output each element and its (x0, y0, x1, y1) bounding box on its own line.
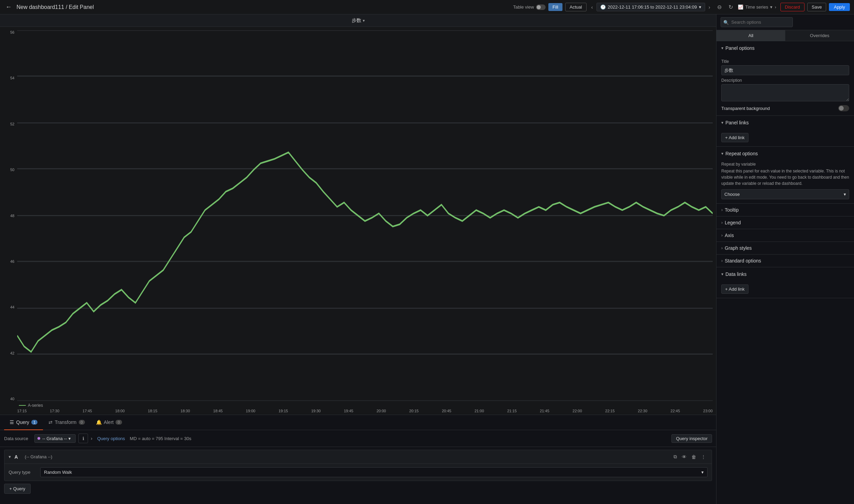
add-link-button[interactable]: + Add link (721, 133, 748, 142)
transform-tab-badge: 0 (79, 420, 85, 425)
standard-options-title: Standard options (725, 258, 761, 264)
fill-button[interactable]: Fill (548, 3, 562, 11)
standard-options-section[interactable]: › Standard options (716, 255, 854, 267)
all-overrides-tabs: All Overrides (716, 30, 854, 41)
query-collapse-button[interactable]: ▾ (9, 454, 11, 459)
panel-type-selector[interactable]: 📈 Time series ▾ › (738, 4, 776, 10)
tab-query[interactable]: ☰ Query 1 (4, 415, 43, 430)
back-button[interactable]: ← (4, 2, 13, 12)
chart-svg (17, 30, 713, 401)
search-options-input[interactable] (721, 17, 793, 27)
x-label-1845: 18:45 (213, 409, 223, 413)
description-field-label: Description (721, 78, 849, 83)
repeat-variable-select[interactable]: Choose ▾ (721, 189, 849, 199)
query-tabs: ☰ Query 1 ⇄ Transform 0 🔔 Alert 0 (0, 415, 716, 430)
transparent-bg-toggle[interactable] (838, 105, 849, 111)
x-label-1715: 17:15 (17, 409, 27, 413)
transparent-bg-label: Transparent background (721, 106, 770, 111)
query-meta: MD = auto = 795 Interval = 30s (130, 436, 669, 441)
chart-area: 步数 ▾ 56 54 52 50 48 46 44 42 40 (0, 14, 716, 415)
title-input[interactable] (721, 65, 849, 75)
y-label-46: 46 (10, 259, 14, 264)
y-label-42: 42 (10, 351, 14, 355)
panel-options-header[interactable]: ▾ Panel options (716, 41, 854, 54)
tooltip-section[interactable]: › Tooltip (716, 204, 854, 216)
query-tab-label: Query (16, 419, 29, 425)
alert-tab-badge: 0 (116, 420, 122, 425)
graph-styles-section[interactable]: › Graph styles (716, 242, 854, 255)
y-label-44: 44 (10, 305, 14, 309)
data-links-chevron: ▾ (721, 272, 723, 277)
panel-type-icon: 📈 (738, 4, 743, 10)
apply-button[interactable]: Apply (829, 3, 850, 11)
save-button[interactable]: Save (807, 3, 826, 11)
x-label-1730: 17:30 (50, 409, 59, 413)
query-more-button[interactable]: ⋮ (699, 453, 708, 461)
repeat-options-header[interactable]: ▾ Repeat options (716, 147, 854, 159)
chart-container: 56 54 52 50 48 46 44 42 40 (0, 27, 716, 415)
top-bar: ← New dashboard111 / Edit Panel Table vi… (0, 0, 854, 14)
tab-transform[interactable]: ⇄ Transform 0 (43, 415, 90, 430)
time-range-picker[interactable]: 🕐 2022-12-11 17:06:15 to 2022-12-11 23:0… (596, 3, 705, 11)
query-options-button[interactable]: Query options (95, 435, 127, 443)
refresh-button[interactable]: ↻ (726, 2, 735, 12)
x-label-1900: 19:00 (246, 409, 255, 413)
query-actions: ⧉ 👁 🗑 ⋮ (672, 453, 708, 461)
transform-tab-label: Transform (55, 419, 76, 425)
query-copy-button[interactable]: ⧉ (672, 453, 679, 461)
info-button[interactable]: ℹ (78, 434, 88, 443)
x-label-1945: 19:45 (344, 409, 353, 413)
query-inspector-button[interactable]: Query inspector (671, 434, 712, 443)
ds-chevron: ▾ (68, 436, 71, 441)
add-query-button[interactable]: + Query (4, 484, 31, 494)
graph-styles-chevron: › (721, 246, 723, 250)
x-label-1915: 19:15 (278, 409, 288, 413)
data-source-select[interactable]: -- Grafana -- ▾ (34, 434, 76, 443)
actual-button[interactable]: Actual (565, 3, 587, 11)
top-bar-right: Discard Save Apply (780, 3, 850, 11)
x-label-2145: 21:45 (540, 409, 549, 413)
time-nav-prev[interactable]: ‹ (589, 3, 595, 11)
legend-section[interactable]: › Legend (716, 216, 854, 229)
y-label-52: 52 (10, 122, 14, 126)
x-label-2000: 20:00 (376, 409, 386, 413)
query-ds-name: (-- Grafana --) (25, 454, 668, 459)
query-letter: A (14, 454, 21, 460)
panel-options-chevron: ▾ (721, 46, 723, 51)
x-label-1930: 19:30 (311, 409, 321, 413)
table-view-switch[interactable] (536, 4, 546, 10)
tab-overrides[interactable]: Overrides (785, 30, 854, 41)
repeat-select-chevron: ▾ (844, 192, 846, 197)
query-type-select[interactable]: Random Walk ▾ (40, 467, 708, 477)
x-label-2245: 22:45 (670, 409, 680, 413)
right-content: ▾ Panel options Title Description Transp… (716, 41, 854, 504)
top-bar-center: Table view Fill Actual ‹ 🕐 2022-12-11 17… (513, 2, 776, 12)
discard-button[interactable]: Discard (780, 3, 804, 11)
data-add-link-button[interactable]: + Add link (721, 284, 748, 294)
query-delete-button[interactable]: 🗑 (690, 453, 698, 461)
panel-links-header[interactable]: ▾ Panel links (716, 116, 854, 128)
panel-links-title: Panel links (725, 120, 749, 125)
ds-indicator (37, 437, 40, 440)
time-range-chevron: ▾ (699, 4, 701, 10)
x-label-2230: 22:30 (638, 409, 647, 413)
right-panel-header: 🔍 (716, 14, 854, 30)
time-nav-next[interactable]: › (707, 3, 712, 11)
search-icon: 🔍 (723, 20, 729, 25)
query-toggle-visibility-button[interactable]: 👁 (680, 453, 688, 461)
ds-name: -- Grafana -- (42, 436, 67, 441)
chart-title-chevron[interactable]: ▾ (363, 18, 365, 23)
x-label-2045: 20:45 (442, 409, 451, 413)
panel-type-chevron: ▾ (770, 4, 773, 10)
zoom-out-button[interactable]: ⊖ (715, 2, 724, 12)
x-label-2215: 22:15 (605, 409, 615, 413)
breadcrumb: New dashboard111 / Edit Panel (17, 4, 94, 10)
alert-tab-icon: 🔔 (96, 419, 102, 425)
tab-all[interactable]: All (716, 30, 785, 41)
tab-alert[interactable]: 🔔 Alert 0 (90, 415, 128, 430)
axis-section[interactable]: › Axis (716, 229, 854, 242)
x-label-2015: 20:15 (409, 409, 419, 413)
data-links-section[interactable]: ▾ Data links (716, 267, 854, 280)
transparent-bg-row: Transparent background (721, 105, 849, 111)
description-textarea[interactable] (721, 84, 849, 101)
